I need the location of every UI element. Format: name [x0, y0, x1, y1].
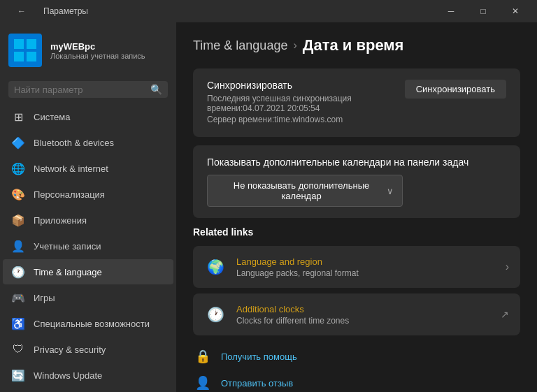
main-content: Time & language › Дата и время Синхрониз… — [176, 22, 537, 392]
avatar — [8, 34, 42, 67]
breadcrumb-arrow: › — [293, 39, 296, 52]
minimize-button[interactable]: ─ — [435, 0, 467, 22]
nav-label-bluetooth: Bluetooth & devices — [34, 138, 114, 148]
sidebar-item-accounts[interactable]: 👤 Учетные записи — [3, 233, 173, 259]
link-card-language-region[interactable]: 🌍 Language and region Language packs, re… — [193, 246, 520, 288]
calendar-label: Показывать дополнительные календари на п… — [207, 157, 506, 168]
sync-card: Синхронизировать Последняя успешная синх… — [193, 68, 520, 137]
titlebar-left: ← Параметры — [6, 0, 88, 22]
nav-icon-privacy: 🛡 — [11, 342, 25, 356]
user-info: myWEBpc Локальная учетная запись — [50, 41, 145, 60]
related-links-title: Related links — [193, 226, 520, 238]
sync-server: Сервер времени:time.windows.com — [207, 115, 394, 124]
nav-icon-windows-update: 🔄 — [11, 368, 25, 382]
link-card-left-additional-clocks: 🕐 Additional clocks Clocks for different… — [204, 303, 349, 326]
nav-label-time: Time & language — [34, 267, 102, 277]
related-links-list: 🌍 Language and region Language packs, re… — [193, 246, 520, 335]
link-sub-additional-clocks: Clocks for different time zones — [236, 316, 349, 326]
close-button[interactable]: ✕ — [499, 0, 531, 22]
sidebar-item-apps[interactable]: 📦 Приложения — [3, 208, 173, 233]
nav-icon-system: ⊞ — [11, 110, 25, 124]
sidebar-item-gaming[interactable]: 🎮 Игры — [3, 285, 173, 310]
link-text-additional-clocks: Additional clocks Clocks for different t… — [236, 304, 349, 326]
help-link-get-help[interactable]: 🔒 Получить помощь — [193, 347, 520, 366]
user-account-type: Локальная учетная запись — [50, 52, 145, 60]
svg-rect-3 — [27, 52, 36, 61]
nav-label-windows-update: Windows Update — [34, 370, 102, 381]
help-icon-send-feedback: 👤 — [193, 373, 213, 392]
page-title: Дата и время — [303, 36, 404, 55]
app-body: myWEBpc Локальная учетная запись 🔍 ⊞ Сис… — [0, 22, 537, 392]
search-box[interactable]: 🔍 — [8, 81, 168, 98]
titlebar: ← Параметры ─ □ ✕ — [0, 0, 537, 22]
sync-button[interactable]: Синхронизировать — [405, 80, 506, 99]
nav-label-accessibility: Специальные возможности — [34, 319, 150, 329]
nav-icon-time: 🕐 — [11, 265, 25, 279]
user-profile: myWEBpc Локальная учетная запись — [0, 22, 176, 78]
nav-icon-personalization: 🎨 — [11, 187, 25, 201]
link-text-language-region: Language and region Language packs, regi… — [236, 256, 359, 278]
nav-list: ⊞ Система 🔷 Bluetooth & devices 🌐 Networ… — [0, 103, 176, 389]
search-icon: 🔍 — [150, 84, 162, 95]
link-icon-additional-clocks: 🕐 — [204, 303, 227, 326]
nav-label-system: Система — [34, 112, 70, 122]
window-controls: ─ □ ✕ — [435, 0, 531, 22]
external-link-icon: ↗ — [501, 309, 509, 320]
sync-info-block: Синхронизировать Последняя успешная синх… — [207, 80, 394, 126]
back-button[interactable]: ← — [6, 0, 38, 22]
nav-icon-bluetooth: 🔷 — [11, 136, 25, 150]
help-link-text-get-help: Получить помощь — [221, 351, 297, 362]
help-link-text-send-feedback: Отправить отзыв — [221, 378, 293, 389]
page-header: Time & language › Дата и время — [193, 36, 520, 55]
svg-rect-1 — [27, 39, 36, 49]
sidebar-item-accessibility[interactable]: ♿ Специальные возможности — [3, 311, 173, 336]
link-sub-language-region: Language packs, regional format — [236, 268, 359, 278]
nav-label-apps: Приложения — [34, 215, 87, 226]
calendar-dropdown-value: Не показывать дополнительные календар — [216, 180, 387, 201]
nav-icon-network: 🌐 — [11, 161, 25, 175]
nav-icon-gaming: 🎮 — [11, 291, 25, 305]
link-card-additional-clocks[interactable]: 🕐 Additional clocks Clocks for different… — [193, 293, 520, 335]
svg-rect-0 — [14, 39, 24, 49]
sidebar-item-personalization[interactable]: 🎨 Персонализация — [3, 182, 173, 207]
sidebar-item-system[interactable]: ⊞ Система — [3, 104, 173, 129]
calendar-dropdown[interactable]: Не показывать дополнительные календар ∨ — [207, 175, 403, 207]
nav-icon-accounts: 👤 — [11, 239, 25, 253]
sidebar-item-privacy[interactable]: 🛡 Privacy & security — [3, 337, 173, 362]
sync-row: Синхронизировать Последняя успешная синх… — [207, 80, 506, 126]
nav-label-gaming: Игры — [34, 293, 55, 303]
chevron-right-icon: › — [506, 261, 509, 273]
nav-icon-accessibility: ♿ — [11, 317, 25, 331]
calendar-card: Показывать дополнительные календари на п… — [193, 145, 520, 218]
svg-rect-2 — [14, 52, 24, 61]
help-icon-get-help: 🔒 — [193, 347, 213, 366]
sync-last-time: Последняя успешная синхронизация времени… — [207, 94, 394, 113]
link-title-additional-clocks: Additional clocks — [236, 304, 349, 314]
nav-label-accounts: Учетные записи — [34, 241, 101, 252]
chevron-down-icon: ∨ — [387, 186, 394, 196]
breadcrumb: Time & language — [193, 38, 287, 53]
maximize-button[interactable]: □ — [467, 0, 499, 22]
search-input[interactable] — [14, 85, 146, 95]
sync-title: Синхронизировать — [207, 80, 394, 91]
link-title-language-region: Language and region — [236, 256, 359, 267]
nav-label-personalization: Персонализация — [34, 189, 105, 200]
app-title: Параметры — [43, 6, 88, 16]
nav-icon-apps: 📦 — [11, 213, 25, 227]
nav-label-privacy: Privacy & security — [34, 344, 106, 355]
help-link-send-feedback[interactable]: 👤 Отправить отзыв — [193, 373, 520, 392]
help-links: 🔒 Получить помощь 👤 Отправить отзыв — [193, 347, 520, 392]
sidebar-item-bluetooth[interactable]: 🔷 Bluetooth & devices — [3, 130, 173, 155]
sidebar: myWEBpc Локальная учетная запись 🔍 ⊞ Сис… — [0, 22, 176, 392]
sidebar-item-time[interactable]: 🕐 Time & language — [3, 259, 173, 284]
link-icon-language-region: 🌍 — [204, 256, 227, 278]
sidebar-item-network[interactable]: 🌐 Network & internet — [3, 156, 173, 181]
related-links-section: Related links 🌍 Language and region Lang… — [193, 226, 520, 335]
nav-label-network: Network & internet — [34, 164, 108, 174]
sidebar-item-windows-update[interactable]: 🔄 Windows Update — [3, 363, 173, 388]
link-card-left-language-region: 🌍 Language and region Language packs, re… — [204, 256, 359, 278]
user-name: myWEBpc — [50, 41, 145, 52]
